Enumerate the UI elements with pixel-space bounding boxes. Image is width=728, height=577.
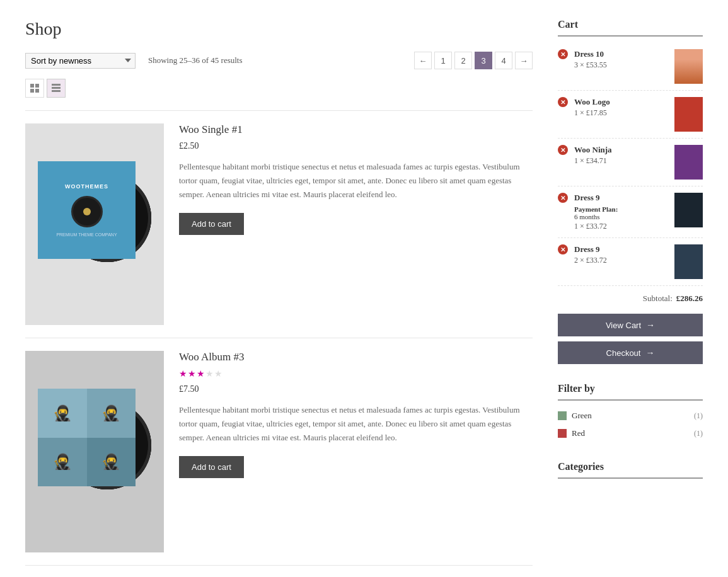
cart-remove-wooninja[interactable]: ✕ [558,145,568,155]
cart-thumb-dress9 [674,244,703,279]
product-item: WOOTHEMES PREMIUM THEME COMPANY W [25,110,533,338]
cart-item-dress10: ✕ Dress 10 3 × £53.55 [558,43,703,91]
cart-item-qty-dress9: 2 × £33.72 [574,256,668,265]
cart-item-qty-woologo: 1 × £17.85 [574,108,668,118]
view-cart-label: View Cart [606,321,641,330]
cart-item-details-woologo: Woo Logo 1 × £17.85 [574,97,668,118]
cart-item-name-dress9: Dress 9 [574,244,668,254]
page-4-button[interactable]: 4 [495,52,512,69]
filter-color-green[interactable]: Green [558,411,592,421]
payment-plan-label: Payment Plan: [574,205,668,213]
page-2-button[interactable]: 2 [454,52,472,69]
page-1-button[interactable]: 1 [434,52,452,69]
product-price-1: £2.50 [179,141,533,151]
star-rating-2: ★ ★ ★ ★ ★ [179,368,533,379]
product-info-1: Woo Single #1 £2.50 Pellentesque habitan… [179,123,533,325]
prev-page-button[interactable]: ← [414,52,432,69]
view-cart-button[interactable]: View Cart → [558,314,703,336]
filter-color-red[interactable]: Red [558,428,585,438]
payment-plan-duration: 6 months [574,213,600,220]
results-count: Showing 25–36 of 45 results [148,55,243,66]
cart-item-details-dress9-plan: Dress 9 Payment Plan: 6 months 1 × £33.7… [574,193,668,231]
filter-widget: Filter by Green (1) Red (1) [558,383,703,442]
cart-remove-dress10[interactable]: ✕ [558,49,568,59]
next-page-button[interactable]: → [515,52,533,69]
product-name-2: Woo Album #3 [179,351,533,363]
cart-item-details-wooninja: Woo Ninja 1 × £34.71 [574,145,668,166]
shop-toolbar: Sort by newnessSort by price: low to hig… [25,52,533,69]
product-price-2: £7.50 [179,384,533,394]
cart-item-name-dress10: Dress 10 [574,49,668,59]
checkout-label: Checkout [606,348,641,358]
filter-label-green: Green [572,411,592,421]
page-3-button[interactable]: 3 [475,52,492,69]
cart-item-dress9-plan: ✕ Dress 9 Payment Plan: 6 months 1 × £33… [558,186,703,238]
cart-item-payment-dress9: Payment Plan: 6 months [574,205,668,220]
product-name-1: Woo Single #1 [179,123,533,136]
view-cart-arrow-icon: → [646,320,655,330]
page-title: Shop [25,19,533,39]
red-swatch [558,429,567,438]
subtotal-label: Subtotal: [643,294,673,304]
product-image-1: WOOTHEMES PREMIUM THEME COMPANY [25,123,164,325]
cart-remove-dress9[interactable]: ✕ [558,244,568,254]
add-to-cart-button-1[interactable]: Add to cart [179,213,244,235]
product-image-2: 🥷 🥷 🥷 🥷 [25,351,164,552]
categories-widget: Categories [558,461,703,479]
product-info-2: Woo Album #3 ★ ★ ★ ★ ★ £7.50 Pellentesqu… [179,351,533,552]
list-icon [52,84,61,93]
star-2: ★ [188,368,196,379]
cart-item-name-woologo: Woo Logo [574,97,668,107]
filter-item-red: Red (1) [558,425,703,442]
product-description-2: Pellentesque habitant morbi tristique se… [179,403,533,445]
add-to-cart-button-2[interactable]: Add to cart [179,456,244,478]
green-swatch [558,411,567,420]
grid-icon [30,84,39,93]
cart-item-name-wooninja: Woo Ninja [574,145,668,155]
cart-widget: Cart ✕ Dress 10 3 × £53.55 ✕ Woo Logo 1 … [558,19,703,364]
star-3: ★ [197,368,205,379]
view-toggle [25,79,533,98]
filter-item-green: Green (1) [558,407,703,425]
filter-widget-title: Filter by [558,383,703,401]
cart-item-wooninja: ✕ Woo Ninja 1 × £34.71 [558,139,703,186]
star-1: ★ [179,368,187,379]
sort-wrapper: Sort by newnessSort by price: low to hig… [25,53,136,69]
cart-thumb-dress9-plan [674,193,703,227]
star-4: ★ [205,368,214,379]
subtotal-row: Subtotal: £286.26 [558,286,703,311]
sidebar: Cart ✕ Dress 10 3 × £53.55 ✕ Woo Logo 1 … [558,19,703,566]
cart-item-qty-dress9-plan: 1 × £33.72 [574,222,668,231]
sort-select[interactable]: Sort by newnessSort by price: low to hig… [25,53,136,69]
cart-widget-title: Cart [558,19,703,37]
cart-thumb-dress10 [674,49,703,84]
cart-thumb-wooninja [674,145,703,180]
products-list: WOOTHEMES PREMIUM THEME COMPANY W [25,110,533,566]
pagination: ← 1 2 3 4 → [414,52,533,69]
product-description-1: Pellentesque habitant morbi tristique se… [179,160,533,202]
filter-count-red: (1) [694,429,703,438]
filter-count-green: (1) [694,411,703,421]
filter-label-red: Red [572,428,585,438]
cart-item-name-dress9-plan: Dress 9 [574,193,668,203]
cart-remove-dress9-plan[interactable]: ✕ [558,193,568,203]
cart-item-dress9: ✕ Dress 9 2 × £33.72 [558,238,703,286]
main-content: Shop Sort by newnessSort by price: low t… [25,19,533,566]
subtotal-amount: £286.26 [676,294,703,304]
checkout-arrow-icon: → [645,348,654,358]
grid-view-button[interactable] [25,79,44,98]
categories-title: Categories [558,461,703,479]
cart-item-details-dress9: Dress 9 2 × £33.72 [574,244,668,265]
cart-buttons: View Cart → Checkout → [558,314,703,364]
star-5: ★ [214,368,222,379]
cart-item-qty-wooninja: 1 × £34.71 [574,156,668,166]
list-view-button[interactable] [47,79,66,98]
cart-thumb-woologo [674,97,703,132]
cart-item-details-dress10: Dress 10 3 × £53.55 [574,49,668,70]
cart-remove-woologo[interactable]: ✕ [558,97,568,107]
cart-item-woologo: ✕ Woo Logo 1 × £17.85 [558,91,703,139]
cart-item-qty-dress10: 3 × £53.55 [574,60,668,70]
product-item-2: 🥷 🥷 🥷 🥷 [25,338,533,566]
checkout-button[interactable]: Checkout → [558,341,703,364]
